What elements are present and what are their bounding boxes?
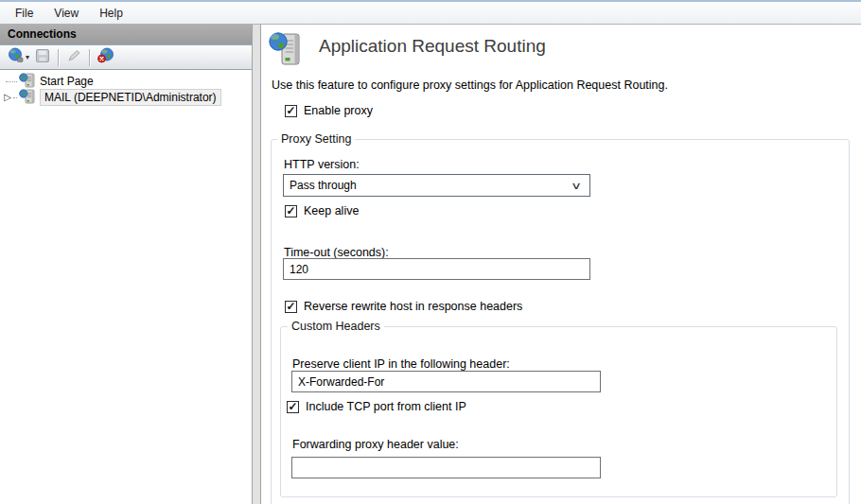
edit-button-disabled[interactable]: [63, 47, 84, 68]
tree-item-server[interactable]: ▷ MAIL (DEEPNETID\Administrator): [2, 89, 221, 106]
feature-page: Application Request Routing Use this fea…: [261, 25, 861, 504]
caret-down-icon: ▾: [26, 53, 29, 61]
http-version-dropdown[interactable]: Pass through ∨: [283, 174, 590, 197]
include-tcp-port-label: Include TCP port from client IP: [306, 400, 466, 413]
forwarding-proxy-label: Forwarding proxy header value:: [292, 438, 459, 451]
include-tcp-port-checkbox[interactable]: ✓: [287, 401, 299, 413]
tree-item-label: Start Page: [40, 75, 94, 88]
include-tcp-port-row: ✓ Include TCP port from client IP: [287, 400, 466, 413]
preserve-client-ip-label: Preserve client IP in the following head…: [292, 357, 510, 371]
globe-connect-icon: [8, 47, 24, 67]
custom-headers-legend: Custom Headers: [288, 320, 384, 333]
http-version-value: Pass through: [290, 179, 572, 192]
reverse-rewrite-label: Reverse rewrite host in response headers: [304, 300, 522, 313]
chevron-down-icon: ∨: [571, 180, 582, 192]
menu-view[interactable]: View: [44, 3, 89, 24]
preserve-client-ip-input[interactable]: [291, 371, 601, 392]
reverse-rewrite-checkbox[interactable]: ✓: [285, 301, 297, 313]
timeout-input[interactable]: [283, 258, 590, 280]
application-request-routing-icon: [269, 31, 303, 71]
toolbar-separator: [89, 49, 90, 66]
enable-proxy-checkbox[interactable]: ✓: [285, 105, 297, 117]
edit-icon: [66, 48, 81, 67]
keep-alive-checkbox[interactable]: ✓: [285, 205, 297, 217]
menu-file[interactable]: File: [5, 3, 44, 24]
enable-proxy-label: Enable proxy: [304, 104, 373, 117]
toolbar-separator: [58, 49, 59, 66]
connect-dropdown-button[interactable]: ▾: [5, 47, 32, 68]
tree-connector: [13, 97, 17, 98]
save-button-disabled[interactable]: [32, 47, 53, 68]
delete-connection-button[interactable]: [95, 47, 117, 68]
connections-tree: Start Page ▷ MAIL (DEEPNETID\Administrat: [0, 70, 252, 504]
menu-help[interactable]: Help: [89, 3, 133, 24]
expander-icon[interactable]: ▷: [2, 93, 13, 102]
forwarding-proxy-input[interactable]: [291, 457, 601, 478]
tree-item-start-page[interactable]: Start Page: [6, 73, 94, 90]
connections-toolbar: ▾: [0, 44, 252, 70]
connections-panel-header: Connections: [0, 25, 252, 44]
enable-proxy-row: ✓ Enable proxy: [285, 104, 373, 117]
globe-delete-icon: [97, 47, 114, 67]
http-version-label: HTTP version:: [284, 158, 360, 171]
reverse-rewrite-row: ✓ Reverse rewrite host in response heade…: [285, 300, 522, 313]
page-description: Use this feature to configure proxy sett…: [272, 78, 668, 92]
keep-alive-row: ✓ Keep alive: [285, 204, 359, 217]
save-icon: [35, 48, 50, 67]
proxy-setting-legend: Proxy Setting: [277, 132, 355, 146]
server-globe-icon: [19, 89, 35, 107]
panel-splitter[interactable]: [252, 25, 261, 504]
keep-alive-label: Keep alive: [304, 204, 359, 217]
tree-item-label-selected: MAIL (DEEPNETID\Administrator): [40, 89, 221, 106]
page-title: Application Request Routing: [319, 36, 546, 57]
iis-manager-window: File View Help Connections ▾: [0, 0, 861, 504]
timeout-label: Time-out (seconds):: [284, 246, 389, 259]
menu-bar: File View Help: [0, 0, 861, 25]
tree-connector: [6, 81, 17, 82]
